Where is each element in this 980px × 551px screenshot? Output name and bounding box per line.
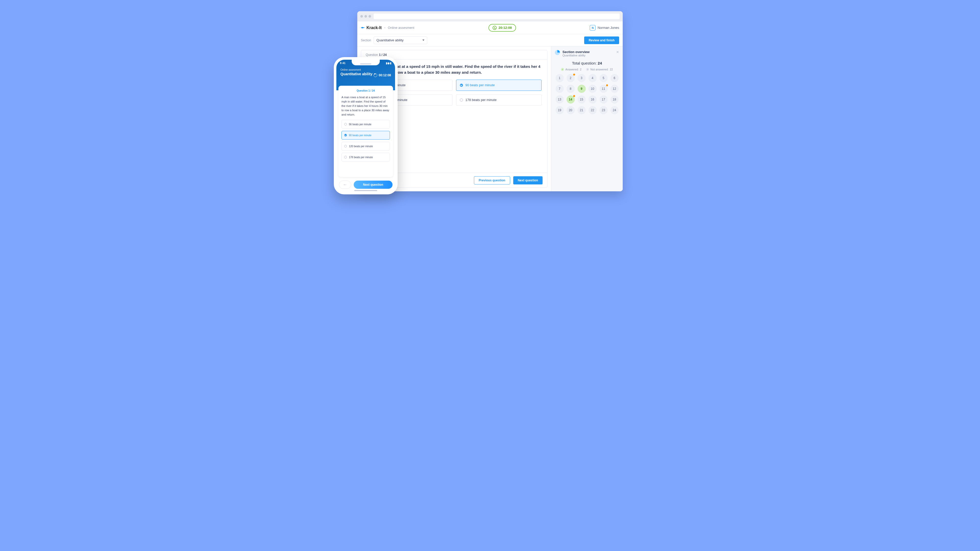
question-nav-cell[interactable]: 24 <box>611 106 619 114</box>
question-mark-icon: ? <box>586 68 589 71</box>
question-nav-cell[interactable]: 11 <box>600 85 608 93</box>
separator-dot <box>384 27 385 28</box>
question-nav-cell[interactable]: 1 <box>555 74 564 82</box>
phone-question-counter: Question 1 / 24 <box>342 89 390 92</box>
window-controls[interactable] <box>360 15 371 17</box>
signal-wifi-battery-icon: ▮◉▮ <box>386 62 392 65</box>
option-label: 90 beats per minute <box>349 134 371 137</box>
section-value: Quantitative ability <box>376 38 404 42</box>
question-nav-cell[interactable]: 21 <box>578 106 586 114</box>
radio-icon <box>344 156 347 159</box>
question-nav-cell[interactable]: 4 <box>589 74 597 82</box>
radio-icon <box>460 98 463 102</box>
phone-subtitle: Online assesment <box>340 68 391 71</box>
option-label: 56 beats per minute <box>349 123 371 126</box>
pie-chart-icon <box>555 50 560 55</box>
review-finish-button[interactable]: Review and finish <box>584 37 619 44</box>
avatar: N <box>590 25 595 30</box>
stopwatch-icon <box>374 73 377 77</box>
address-bar[interactable] <box>374 14 620 19</box>
question-nav-cell[interactable]: 22 <box>589 106 597 114</box>
legend: ✓Answered: 2 ?Not answered: 22 <box>551 68 623 71</box>
phone-answer-option[interactable]: 56 beats per minute <box>342 120 390 129</box>
phone-notch <box>352 60 380 65</box>
logo-icon <box>361 25 365 30</box>
phone-next-button[interactable]: Next question <box>354 181 393 189</box>
option-label: 178 beats per minute <box>466 98 496 102</box>
question-nav-cell[interactable]: 19 <box>555 106 564 114</box>
question-nav-cell[interactable]: 10 <box>589 85 597 93</box>
phone-back-button[interactable]: ← <box>339 181 351 189</box>
option-label: 90 beats per minute <box>466 83 495 87</box>
brand[interactable]: Krack-It <box>361 25 382 30</box>
radio-icon <box>344 145 347 148</box>
phone-question-card: Question 1 / 24 A man rows a boat at a s… <box>339 86 393 177</box>
radio-icon <box>344 134 347 137</box>
next-question-button[interactable]: Next question <box>513 176 542 184</box>
timer-value: 20:12:08 <box>499 26 512 30</box>
question-nav-cell[interactable]: 12 <box>611 85 619 93</box>
question-nav-cell[interactable]: 15 <box>578 95 586 103</box>
user-name: Norman Jones <box>597 26 619 30</box>
total-question: Total question: 24 <box>551 61 623 65</box>
overview-subtitle: Quantitative ability <box>563 54 590 57</box>
home-indicator <box>354 190 377 191</box>
section-label: Section <box>361 38 371 42</box>
phone-answer-option[interactable]: 90 beats per minute <box>342 131 390 140</box>
phone-answer-option[interactable]: 178 beats per minute <box>342 153 390 162</box>
phone-question-text: A man rows a boat at a speed of 15 mph i… <box>342 95 390 117</box>
phone-answer-option[interactable]: 120 beats per minute <box>342 142 390 151</box>
answer-option[interactable]: 90 beats per minute <box>456 79 542 91</box>
question-nav-cell[interactable]: 5 <box>600 74 608 82</box>
question-nav-cell[interactable]: 17 <box>600 95 608 103</box>
radio-icon <box>460 84 463 87</box>
question-nav-cell[interactable]: 3 <box>578 74 586 82</box>
close-icon[interactable]: ✕ <box>616 50 619 54</box>
question-nav-cell[interactable]: 7 <box>555 85 564 93</box>
brand-name: Krack-It <box>366 25 382 30</box>
toolbar: Section Quantitative ability Review and … <box>357 34 623 46</box>
question-nav-cell[interactable]: 13 <box>555 95 564 103</box>
section-overview-panel: Section overview Quantitative ability ✕ … <box>551 46 623 191</box>
user-menu[interactable]: N Norman Jones <box>590 25 619 30</box>
browser-chrome <box>357 11 623 21</box>
question-nav-cell[interactable]: 16 <box>589 95 597 103</box>
answer-option[interactable]: 178 beats per minute <box>456 94 542 106</box>
timer: 20:12:08 <box>488 24 516 32</box>
question-nav-cell[interactable]: 14 <box>566 95 575 103</box>
question-nav-cell[interactable]: 23 <box>600 106 608 114</box>
question-nav-cell[interactable]: 18 <box>611 95 619 103</box>
chevron-down-icon <box>422 40 425 41</box>
question-nav-cell[interactable]: 6 <box>611 74 619 82</box>
question-nav-cell[interactable]: 20 <box>566 106 575 114</box>
overview-title: Section overview <box>563 50 590 54</box>
stopwatch-icon <box>493 26 496 30</box>
option-label: 120 beats per minute <box>349 145 373 148</box>
question-nav-cell[interactable]: 2 <box>566 74 575 82</box>
question-nav-cell[interactable]: 8 <box>566 85 575 93</box>
phone-timer: 00:12:08 <box>374 73 391 77</box>
previous-question-button[interactable]: Previous question <box>474 176 510 184</box>
phone-mock: 9:41 ▮◉▮ Online assesment Quantitative a… <box>334 57 398 194</box>
header-subtitle: Online assesment <box>388 26 414 30</box>
app-header: Krack-It Online assesment 20:12:08 N Nor… <box>357 21 623 34</box>
question-nav-cell[interactable]: 9 <box>578 85 586 93</box>
section-select[interactable]: Quantitative ability <box>374 37 427 44</box>
radio-icon <box>344 123 347 125</box>
check-icon: ✓ <box>561 68 564 71</box>
option-label: 178 beats per minute <box>349 156 373 159</box>
